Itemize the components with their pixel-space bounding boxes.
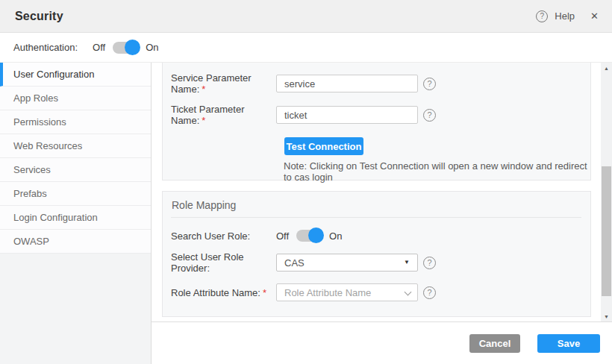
help-link[interactable]: Help [555, 10, 575, 22]
toggle-on-label: On [146, 42, 158, 53]
sidebar-item-user-configuration[interactable]: User Configuration [0, 63, 151, 87]
main-area: User Configuration App Roles Permissions… [0, 63, 612, 364]
role-mapping-panel: Role Mapping Search User Role: Off On Se… [162, 191, 591, 317]
authentication-label: Authentication: [13, 42, 78, 53]
selected-option: CAS [284, 257, 305, 269]
label-text: Role Attribute Name: [171, 287, 260, 298]
service-parameter-label: Service Parameter Name:* [171, 72, 276, 95]
search-user-role-row: Search User Role: Off On [171, 230, 590, 242]
content-scroll-area: Service Parameter Name:* ? Ticket Parame… [152, 63, 612, 322]
help-icon[interactable]: ? [423, 286, 436, 299]
toggle-track[interactable] [113, 42, 138, 54]
toggle-off-label: Off [93, 42, 105, 53]
toggle-off-label: Off [276, 230, 289, 242]
ticket-parameter-input[interactable] [276, 106, 418, 124]
label-text: Ticket Parameter Name: [171, 104, 245, 126]
test-connection-row: Test Connection [284, 137, 590, 155]
label-text: Service Parameter Name: [171, 72, 252, 95]
cas-config-panel: Service Parameter Name:* ? Ticket Parame… [162, 63, 591, 181]
help-icon[interactable]: ? [423, 78, 436, 90]
sidebar-item-prefabs[interactable]: Prefabs [0, 182, 151, 206]
section-divider [171, 217, 581, 218]
help-icon[interactable]: ? [423, 109, 436, 122]
help-icon[interactable]: ? [423, 257, 436, 269]
scroll-up-icon[interactable]: ▲ [601, 63, 612, 73]
security-dialog: Security ? Help ✕ Authentication: Off On… [0, 0, 612, 364]
service-parameter-row: Service Parameter Name:* ? [171, 72, 590, 95]
search-user-role-label: Search User Role: [171, 230, 276, 242]
user-role-provider-select[interactable]: CAS ▼ [276, 254, 418, 272]
user-role-provider-label: Select User Role Provider: [171, 251, 276, 274]
sidebar-item-web-resources[interactable]: Web Resources [0, 134, 151, 158]
dropdown-arrow-icon: ▼ [404, 260, 410, 266]
user-role-provider-row: Select User Role Provider: CAS ▼ ? [171, 251, 590, 274]
required-asterisk: * [202, 84, 205, 95]
toggle-knob[interactable] [308, 228, 324, 243]
cancel-button[interactable]: Cancel [469, 334, 520, 353]
role-attribute-combobox [276, 283, 418, 301]
scrollbar-thumb[interactable] [602, 166, 611, 296]
sidebar-item-permissions[interactable]: Permissions [0, 110, 151, 134]
role-attribute-row: Role Attribute Name:* ? [171, 283, 590, 301]
role-attribute-input[interactable] [276, 283, 418, 301]
content-column: Service Parameter Name:* ? Ticket Parame… [152, 63, 612, 364]
authentication-row: Authentication: Off On [0, 33, 612, 63]
role-attribute-label: Role Attribute Name:* [171, 287, 276, 298]
sidebar-item-app-roles[interactable]: App Roles [0, 87, 151, 110]
role-mapping-title: Role Mapping [171, 192, 590, 217]
toggle-track[interactable] [296, 230, 322, 242]
header-actions: ? Help ✕ [536, 10, 599, 22]
required-asterisk: * [202, 115, 205, 126]
dialog-footer: Cancel Save [152, 322, 612, 364]
vertical-scrollbar[interactable]: ▲ ▼ [601, 63, 612, 321]
search-user-role-toggle[interactable]: Off On [276, 230, 342, 242]
required-asterisk: * [263, 287, 266, 298]
test-connection-button[interactable]: Test Connection [284, 137, 363, 155]
authentication-toggle[interactable]: Off On [93, 42, 158, 54]
sidebar-item-owasp[interactable]: OWASP [0, 230, 151, 254]
page-title: Security [15, 10, 63, 23]
sidebar: User Configuration App Roles Permissions… [0, 63, 152, 364]
help-icon[interactable]: ? [536, 10, 548, 22]
sidebar-item-login-configuration[interactable]: Login Configuration [0, 206, 151, 230]
toggle-knob[interactable] [125, 40, 140, 55]
ticket-parameter-label: Ticket Parameter Name:* [171, 104, 276, 126]
ticket-parameter-row: Ticket Parameter Name:* ? [171, 104, 590, 126]
dialog-header: Security ? Help ✕ [0, 0, 612, 33]
toggle-on-label: On [329, 230, 342, 242]
close-icon[interactable]: ✕ [590, 10, 599, 22]
save-button[interactable]: Save [537, 334, 600, 353]
sidebar-item-services[interactable]: Services [0, 158, 151, 182]
scroll-down-icon[interactable]: ▼ [601, 311, 612, 321]
service-parameter-input[interactable] [276, 75, 418, 92]
test-connection-note: Note: Clicking on Test Connection will o… [284, 160, 590, 183]
